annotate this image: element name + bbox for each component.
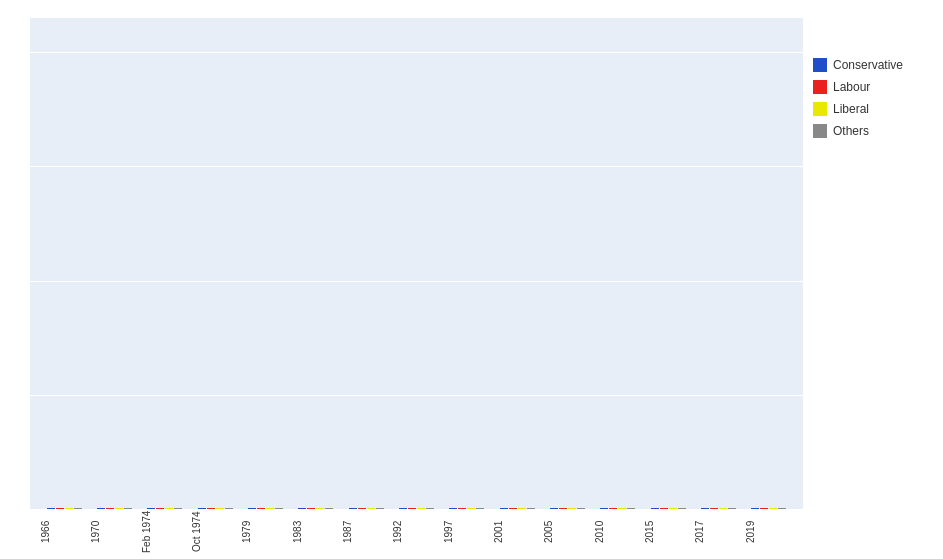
legend: ConservativeLabourLiberalOthers (803, 18, 943, 559)
x-label: 2017 (694, 509, 742, 559)
x-label: 1992 (392, 509, 440, 559)
chart-inner: 0100200300400 19661970Feb 1974Oct 197419… (30, 18, 803, 559)
legend-label: Labour (833, 80, 870, 94)
x-label: Oct 1974 (191, 509, 239, 559)
x-label: 2019 (745, 509, 793, 559)
x-label: 1987 (342, 509, 390, 559)
x-label: 1966 (40, 509, 88, 559)
legend-item: Others (813, 124, 943, 138)
chart-area: 0100200300400 19661970Feb 1974Oct 197419… (0, 18, 943, 559)
legend-item: Labour (813, 80, 943, 94)
chart-container: 0100200300400 19661970Feb 1974Oct 197419… (0, 0, 943, 559)
legend-color-others (813, 124, 827, 138)
chart-and-legend: 0100200300400 19661970Feb 1974Oct 197419… (30, 18, 943, 559)
legend-item: Liberal (813, 102, 943, 116)
legend-label: Others (833, 124, 869, 138)
legend-label: Liberal (833, 102, 869, 116)
x-labels: 19661970Feb 1974Oct 19741979198319871992… (30, 509, 803, 559)
legend-color-labour (813, 80, 827, 94)
legend-color-liberal (813, 102, 827, 116)
legend-color-conservative (813, 58, 827, 72)
x-label: 2010 (594, 509, 642, 559)
legend-item: Conservative (813, 58, 943, 72)
bars-container (30, 18, 803, 509)
x-label: 1970 (90, 509, 138, 559)
y-axis-label (0, 18, 30, 519)
legend-label: Conservative (833, 58, 903, 72)
x-label: 2005 (543, 509, 591, 559)
x-label: 2001 (493, 509, 541, 559)
x-label: 1983 (292, 509, 340, 559)
x-label: Feb 1974 (141, 509, 189, 559)
x-label: 2015 (644, 509, 692, 559)
x-label: 1997 (443, 509, 491, 559)
plot-area: 0100200300400 (30, 18, 803, 509)
x-label: 1979 (241, 509, 289, 559)
